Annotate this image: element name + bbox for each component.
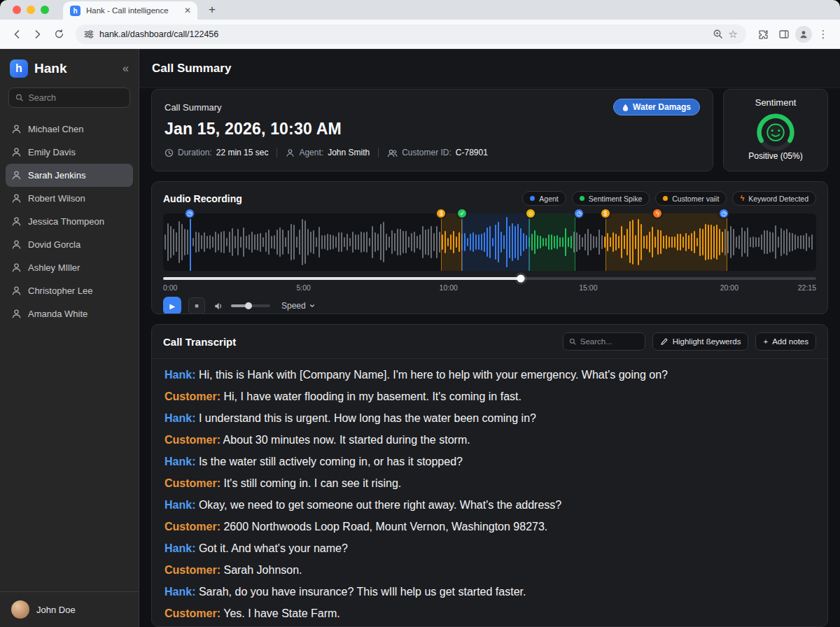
page-header: Call Summary	[139, 49, 840, 88]
transcript-header: Call Transcript Highlight ßeywerds + Add…	[152, 325, 827, 359]
page-title: Call Summary	[152, 62, 231, 76]
site-settings-icon[interactable]	[84, 29, 94, 39]
waveform-bar	[232, 228, 233, 256]
address-bar[interactable]: hank.al/dashboard/call/122456 ☆	[76, 24, 746, 44]
transcript-line: Customer: 2600 Northwoods Loop Road, Mou…	[164, 520, 815, 534]
check-marker-icon[interactable]: ✓	[456, 208, 468, 219]
transcript-line: Customer: Hi, I have water flooding in m…	[164, 390, 815, 404]
play-button[interactable]: ▶	[163, 297, 181, 314]
sidebar-contact[interactable]: Amanda White	[6, 302, 133, 325]
legend-label: Agent	[539, 195, 558, 203]
profile-avatar[interactable]	[795, 26, 812, 43]
call-meta: Duration: 22 min 15 sec Agent: John Smit…	[164, 148, 700, 157]
brand-name: Hank	[34, 61, 116, 76]
sidebar-contact[interactable]: Ashley MIller	[6, 256, 133, 279]
divider	[276, 148, 277, 157]
side-panel-button[interactable]	[774, 24, 794, 44]
stop-button[interactable]: ■	[188, 297, 205, 314]
sidebar-contact[interactable]: Robert Wilson	[6, 187, 133, 210]
browser-tab[interactable]: h Hank - Call intelligence ✕	[63, 1, 197, 20]
droplet-icon	[622, 104, 629, 111]
volume-icon[interactable]	[214, 301, 224, 311]
scrubber-handle[interactable]	[517, 275, 525, 283]
transcript-search[interactable]	[563, 332, 645, 351]
player-controls: ▶ ■ Speed	[163, 297, 816, 314]
bolt-marker-icon[interactable]: ϟ	[652, 208, 663, 219]
waveform-bar	[761, 234, 762, 250]
sidebar-contact[interactable]: Emily Davis	[6, 141, 133, 164]
transcript-search-input[interactable]	[580, 337, 639, 346]
waveform-bar	[279, 227, 281, 256]
waveform-bar	[324, 235, 326, 249]
sentiment-gauge	[742, 108, 809, 152]
volume-slider[interactable]	[231, 304, 270, 307]
sidebar-contact[interactable]: Christopher Lee	[6, 279, 133, 302]
waveform-bar	[750, 237, 751, 247]
waveform-bar	[254, 234, 255, 251]
water-damage-badge[interactable]: Water Damags	[613, 99, 700, 115]
waveform-bar	[436, 226, 438, 258]
sidebar-search-input[interactable]	[28, 93, 123, 103]
waveform-bar	[260, 233, 261, 252]
extensions-button[interactable]	[753, 24, 773, 44]
bookmark-star-icon[interactable]: ☆	[729, 29, 738, 39]
tab-close-icon[interactable]: ✕	[184, 6, 191, 15]
back-button[interactable]	[7, 24, 27, 44]
url-text: hank.al/dashboard/call/122456	[99, 29, 707, 39]
sidebar-contact[interactable]: Sarah Jenkins	[6, 164, 133, 187]
close-window-button[interactable]	[13, 6, 21, 14]
forward-button[interactable]	[28, 24, 48, 44]
waveform-bar	[327, 234, 328, 251]
sidebar-collapse-icon[interactable]: «	[122, 62, 129, 75]
speaker-text: Is the water still actively coming in, o…	[195, 456, 463, 467]
browser-menu-button[interactable]: ⋮	[813, 24, 833, 44]
sentiment-card: Sentiment Positive (05%)	[723, 89, 828, 171]
clock-marker-icon[interactable]: ◷	[184, 208, 195, 219]
clock-marker-icon[interactable]: ◷	[718, 208, 729, 219]
contact-name: Sarah Jenkins	[28, 170, 85, 181]
dollar-marker-icon[interactable]: $	[600, 208, 611, 219]
waveform[interactable]: ◷$✓☺◷$ϟ◷	[163, 213, 816, 271]
sidebar-search[interactable]	[8, 87, 130, 108]
legend-pill[interactable]: ϟKeyword Detected	[732, 191, 816, 206]
waveform-bar	[285, 237, 286, 248]
minimize-window-button[interactable]	[27, 6, 35, 14]
speed-dropdown[interactable]: Speed	[281, 301, 316, 311]
highlight-keywords-button[interactable]: Highlight ßeywerds	[652, 332, 749, 351]
add-notes-button[interactable]: + Add notes	[755, 332, 816, 351]
maximize-window-button[interactable]	[41, 6, 49, 14]
speaker-text: Okay, we need to get someone out there r…	[195, 499, 561, 511]
legend-pill[interactable]: Sentiment Spike	[572, 191, 650, 206]
contact-name: Jessica Thompeon	[28, 216, 104, 227]
legend-pill[interactable]: Agent	[522, 191, 566, 206]
contact-name: Ashley MIller	[28, 262, 80, 273]
sidebar: h Hank « Michael ChenEmily DavisSarah Je…	[0, 49, 139, 627]
sidebar-contact[interactable]: Jessica Thompeon	[6, 210, 133, 233]
playhead[interactable]	[190, 213, 191, 271]
waveform-bar	[229, 232, 230, 252]
volume-handle[interactable]	[245, 302, 252, 309]
reload-button[interactable]	[49, 24, 69, 44]
scrubber[interactable]	[163, 277, 816, 280]
app-body: h Hank « Michael ChenEmily DavisSarah Je…	[0, 49, 840, 627]
legend-pill[interactable]: Customer vaiit	[655, 191, 727, 206]
dollar-marker-icon[interactable]: $	[435, 208, 447, 219]
waveform-bar	[758, 237, 760, 246]
time-ruler: 0:005:0010:0015:0020:0022:15	[163, 283, 816, 292]
waveform-bar	[811, 234, 813, 250]
smile-marker-icon[interactable]: ☺	[525, 208, 536, 219]
new-tab-button[interactable]: +	[203, 1, 221, 19]
sidebar-footer[interactable]: John Doe	[0, 591, 139, 627]
stop-icon: ■	[195, 302, 198, 309]
person-icon	[11, 286, 22, 296]
sidebar-contact[interactable]: Michael Chen	[6, 118, 133, 141]
sidebar-contact[interactable]: Dovid Gorcla	[6, 233, 133, 256]
waveform-bar	[780, 228, 782, 255]
speaker-label: Hank:	[164, 499, 195, 511]
zoom-icon[interactable]	[713, 29, 723, 39]
back-icon	[11, 29, 22, 40]
speaker-text: 2600 Northwoods Loop Road, Mount Vernon,…	[220, 521, 547, 533]
waveform-bar	[215, 232, 216, 252]
bolt-icon: ϟ	[740, 195, 744, 202]
clock-marker-icon[interactable]: ◷	[573, 208, 584, 219]
